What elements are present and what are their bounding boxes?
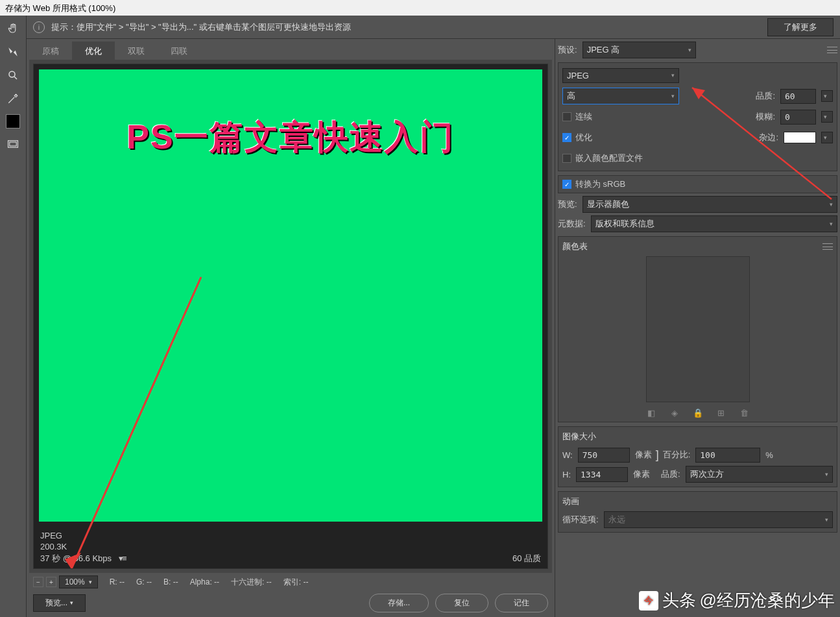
embed-profile-checkbox[interactable]: 嵌入颜色配置文件 — [562, 152, 643, 164]
status-g: G: -- — [136, 577, 152, 587]
preview-profile-select[interactable]: 显示器颜色▾ — [582, 196, 837, 213]
reset-button[interactable]: 复位 — [435, 594, 488, 612]
matte-swatch[interactable] — [784, 132, 816, 143]
ct-delete-icon[interactable]: 🗑 — [739, 407, 750, 418]
eyedropper-tool-icon[interactable] — [5, 91, 21, 106]
status-alpha: Alpha: -- — [190, 577, 219, 587]
resample-select[interactable]: 两次立方▾ — [686, 466, 833, 483]
ct-lock-icon[interactable]: 🔒 — [693, 407, 703, 418]
colortable-actions: ◧ ◈ 🔒 ⊞ 🗑 — [562, 407, 833, 418]
status-bar: − + 100%▾ R: -- G: -- B: -- Alpha: -- 十六… — [29, 573, 552, 591]
slice-visibility-icon[interactable] — [5, 136, 21, 152]
preview-profile-label: 预览: — [558, 199, 577, 210]
tab-optimized[interactable]: 优化 — [72, 42, 115, 60]
hand-tool-icon[interactable] — [5, 21, 21, 36]
zoom-tool-icon[interactable] — [5, 67, 21, 83]
status-r: R: -- — [110, 577, 125, 587]
meta-quality: 60 品质 — [512, 553, 541, 564]
tip-bar: i 提示：使用"文件" > "导出" > "导出为..." 或右键单击某个图层可… — [27, 16, 840, 39]
format-select[interactable]: JPEG▾ — [562, 68, 679, 83]
loop-select: 永远▾ — [604, 511, 833, 528]
preview-button[interactable]: 预览...▾ — [33, 594, 86, 612]
preview-canvas: PS一篇文章快速入门 JPEG 200.3K 37 秒 @ 56.6 Kbps … — [33, 64, 548, 569]
height-label: H: — [562, 470, 571, 479]
panel-menu-icon[interactable] — [827, 47, 837, 53]
preview-image: PS一篇文章快速入门 — [39, 69, 542, 522]
preset-label: 预设: — [558, 44, 577, 56]
progressive-checkbox[interactable]: 连续 — [562, 111, 592, 123]
learn-more-button[interactable]: 了解更多 — [767, 18, 834, 36]
px-unit: 像素 — [633, 468, 650, 480]
status-index: 索引: -- — [283, 577, 309, 588]
loop-label: 循环选项: — [562, 514, 599, 526]
watermark-logo-icon: 今 — [639, 591, 658, 611]
meta-time: 37 秒 @ 56.6 Kbps ▾≡ — [40, 553, 125, 564]
annotation-arrow-icon — [45, 271, 214, 569]
matte-label: 杂边: — [759, 132, 778, 143]
width-input[interactable]: 750 — [578, 448, 630, 463]
tool-column — [0, 16, 26, 617]
metadata-select[interactable]: 版权和联系信息▾ — [591, 215, 837, 232]
resample-label: 品质: — [661, 468, 680, 480]
status-hex: 十六进制: -- — [231, 577, 272, 588]
blur-input[interactable]: 0 — [780, 110, 816, 125]
convert-srgb-checkbox[interactable]: ✓转换为 sRGB — [562, 178, 833, 190]
watermark-brand: 头条 — [662, 589, 696, 612]
colortable-menu-icon[interactable] — [822, 243, 833, 250]
svg-rect-2 — [10, 142, 17, 146]
slice-tool-icon[interactable] — [5, 44, 21, 60]
width-label: W: — [562, 450, 573, 460]
status-b: B: -- — [163, 577, 178, 587]
tip-text: 提示：使用"文件" > "导出" > "导出为..." 或右键单击某个图层可更快… — [51, 21, 761, 33]
blur-dropdown-button[interactable]: ▾ — [821, 111, 833, 123]
ct-action-icon[interactable]: ◧ — [646, 407, 656, 418]
preview-tabs: 原稿 优化 双联 四联 — [29, 42, 552, 60]
quality-dropdown-button[interactable]: ▾ — [821, 90, 833, 102]
svg-line-3 — [71, 277, 201, 569]
image-headline-text: PS一篇文章快速入门 — [39, 69, 542, 160]
px-unit: 像素 — [635, 449, 652, 461]
animation-header: 动画 — [562, 496, 579, 507]
color-table — [646, 256, 750, 402]
tab-four-up[interactable]: 四联 — [158, 42, 200, 60]
matte-dropdown-button[interactable]: ▾ — [821, 132, 833, 143]
ct-action-icon[interactable]: ◈ — [669, 407, 680, 418]
save-button[interactable]: 存储... — [369, 594, 429, 612]
foreground-color-swatch[interactable] — [6, 114, 20, 128]
imagesize-header: 图像大小 — [562, 431, 596, 442]
optimized-checkbox[interactable]: ✓优化 — [562, 132, 592, 143]
watermark: 今 头条 @经历沧桑的少年 — [639, 589, 835, 612]
link-dimensions-icon[interactable]: ] — [656, 448, 659, 462]
annotation-arrow-icon — [684, 93, 691, 99]
tab-two-up[interactable]: 双联 — [115, 42, 158, 60]
metadata-label: 元数据: — [558, 218, 586, 230]
colortable-header: 颜色表 — [562, 241, 588, 252]
ct-new-icon[interactable]: ⊞ — [716, 407, 726, 418]
footer-bar: 预览...▾ 存储... 复位 记住 — [29, 591, 552, 614]
quality-input[interactable]: 60 — [780, 89, 816, 104]
remember-button[interactable]: 记住 — [495, 594, 548, 612]
zoom-in-button[interactable]: + — [46, 577, 56, 587]
tab-original[interactable]: 原稿 — [29, 42, 72, 60]
preset-select[interactable]: JPEG 高▾ — [582, 42, 696, 58]
zoom-out-button[interactable]: − — [33, 577, 43, 587]
percent-unit: % — [765, 450, 773, 460]
height-input[interactable]: 1334 — [576, 467, 628, 482]
meta-format: JPEG — [40, 531, 125, 540]
percent-input[interactable]: 100 — [695, 448, 760, 463]
preview-meta: JPEG 200.3K 37 秒 @ 56.6 Kbps ▾≡ 60 品质 — [34, 527, 547, 568]
quality-label: 品质: — [756, 90, 775, 102]
info-icon: i — [33, 21, 45, 33]
blur-label: 模糊: — [756, 111, 775, 123]
window-title: 存储为 Web 所用格式 (100%) — [0, 0, 840, 16]
settings-panel: 预设: JPEG 高▾ JPEG▾ 高▾ 品质: 60 ▾ — [555, 39, 840, 617]
svg-point-0 — [9, 71, 15, 77]
zoom-select[interactable]: 100%▾ — [59, 575, 98, 588]
watermark-author: @经历沧桑的少年 — [700, 589, 835, 612]
percent-label: 百分比: — [663, 449, 691, 461]
quality-level-select[interactable]: 高▾ — [562, 88, 679, 104]
meta-size: 200.3K — [40, 542, 125, 551]
